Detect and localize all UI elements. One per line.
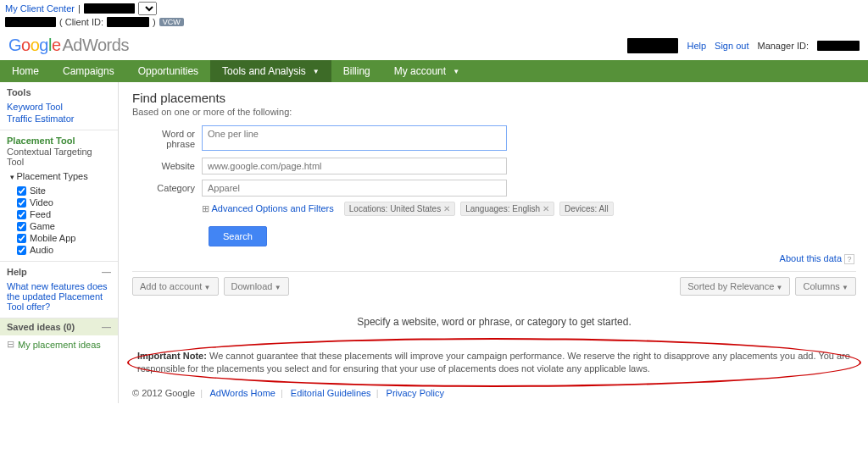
- footer: © 2012 Google| AdWords Home| Editorial G…: [132, 383, 856, 403]
- word-input[interactable]: [202, 125, 507, 151]
- signout-link[interactable]: Sign out: [715, 41, 748, 51]
- main-content: Find placements Based on one or more of …: [119, 82, 868, 403]
- website-input[interactable]: [202, 158, 507, 174]
- collapse-icon[interactable]: —: [102, 267, 111, 277]
- saved-ideas-header: Saved ideas (0): [7, 322, 75, 332]
- nav-tools[interactable]: Tools and Analysis: [210, 60, 331, 82]
- tag-languages[interactable]: Languages: English✕: [460, 202, 554, 216]
- important-note: Important Note: We cannot guarantee that…: [132, 343, 856, 383]
- website-label: Website: [132, 158, 202, 171]
- help-header: Help: [7, 267, 27, 277]
- top-bar: My Client Center | ( Client ID: ) VCW: [0, 0, 868, 30]
- tools-header: Tools: [7, 87, 111, 97]
- search-form: Word or phrase Website Category Advanced…: [132, 125, 856, 246]
- chk-audio[interactable]: Audio: [10, 244, 111, 256]
- advanced-options-link[interactable]: Advanced Options and Filters: [202, 203, 334, 214]
- redacted: [84, 3, 135, 14]
- about-data-link[interactable]: About this data: [780, 253, 842, 263]
- close-icon: ✕: [542, 204, 549, 213]
- placement-tool-link[interactable]: Placement Tool: [7, 136, 111, 146]
- category-label: Category: [132, 180, 202, 193]
- page-title: Find placements: [132, 91, 856, 105]
- copyright: © 2012 Google: [132, 388, 195, 398]
- redacted: [817, 41, 860, 51]
- add-to-account-button[interactable]: Add to account: [132, 277, 219, 296]
- tag-devices[interactable]: Devices: All: [559, 202, 614, 216]
- sort-button[interactable]: Sorted by Relevance: [680, 277, 790, 296]
- chk-video[interactable]: Video: [10, 197, 111, 208]
- chk-game[interactable]: Game: [10, 220, 111, 232]
- search-button[interactable]: Search: [209, 226, 267, 246]
- nav-opportunities[interactable]: Opportunities: [126, 60, 210, 82]
- vcw-badge[interactable]: VCW: [159, 18, 184, 26]
- brand-bar: GoogleAdWords Help Sign out Manager ID:: [0, 30, 868, 60]
- columns-button[interactable]: Columns: [795, 277, 856, 296]
- collapse-icon[interactable]: —: [102, 322, 111, 332]
- help-icon[interactable]: ?: [844, 254, 854, 264]
- category-input[interactable]: [202, 180, 507, 197]
- tag-locations[interactable]: Locations: United States✕: [344, 202, 455, 216]
- editorial-guidelines-link[interactable]: Editorial Guidelines: [291, 388, 371, 398]
- google-adwords-logo: GoogleAdWords: [8, 36, 129, 55]
- client-center-link[interactable]: My Client Center: [5, 3, 75, 14]
- keyword-tool-link[interactable]: Keyword Tool: [7, 101, 111, 113]
- chk-feed[interactable]: Feed: [10, 208, 111, 220]
- redacted: [107, 17, 149, 27]
- sidebar: Tools Keyword Tool Traffic Estimator Pla…: [0, 82, 119, 403]
- my-placement-ideas[interactable]: My placement ideas: [0, 335, 118, 353]
- traffic-estimator-link[interactable]: Traffic Estimator: [7, 113, 111, 125]
- privacy-policy-link[interactable]: Privacy Policy: [387, 388, 444, 398]
- contextual-tool-link[interactable]: Contextual Targeting Tool: [7, 146, 111, 168]
- empty-prompt: Specify a website, word or phrase, or ca…: [132, 301, 856, 343]
- help-link[interactable]: Help: [687, 41, 706, 51]
- nav-campaigns[interactable]: Campaigns: [51, 60, 126, 82]
- results-toolbar: Add to account Download Sorted by Releva…: [132, 271, 856, 301]
- main-nav: Home Campaigns Opportunities Tools and A…: [0, 60, 868, 82]
- adwords-home-link[interactable]: AdWords Home: [209, 388, 275, 398]
- help-question-link[interactable]: What new features does the updated Place…: [7, 280, 111, 313]
- client-id-label: ( Client ID:: [59, 17, 103, 27]
- redacted: [627, 38, 678, 53]
- download-button[interactable]: Download: [224, 277, 289, 296]
- word-label: Word or phrase: [132, 125, 202, 149]
- account-select[interactable]: [138, 2, 157, 15]
- redacted: [5, 17, 56, 27]
- nav-account[interactable]: My account: [382, 60, 471, 82]
- page-subtitle: Based on one or more of the following:: [132, 107, 856, 117]
- placement-types-header[interactable]: Placement Types: [10, 171, 111, 181]
- close-icon: ✕: [443, 204, 450, 213]
- chk-mobile[interactable]: Mobile App: [10, 232, 111, 244]
- manager-id-label: Manager ID:: [757, 41, 809, 51]
- nav-billing[interactable]: Billing: [331, 60, 382, 82]
- nav-home[interactable]: Home: [0, 60, 51, 82]
- chk-site[interactable]: Site: [10, 185, 111, 197]
